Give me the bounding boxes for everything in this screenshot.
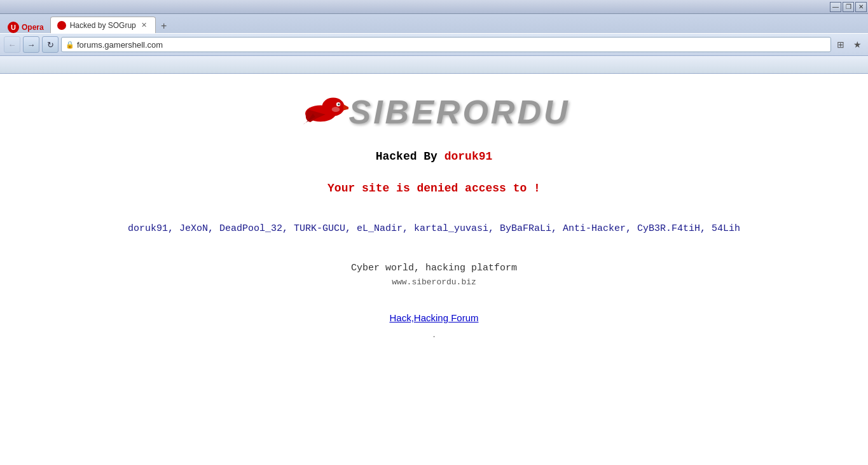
- back-button[interactable]: ←: [4, 36, 20, 53]
- members-list: doruk91, JeXoN, DeadPool_32, TURK-GUCU, …: [128, 220, 740, 237]
- tab-favicon: [57, 21, 66, 30]
- eagle-icon: [298, 93, 348, 131]
- reload-button[interactable]: ↻: [42, 36, 59, 53]
- forum-link[interactable]: Hack,Hacking Forum: [389, 312, 478, 323]
- star-icon[interactable]: ★: [850, 38, 864, 52]
- logo-text: SIBERORDU: [348, 93, 570, 131]
- access-denied-message: Your site is denied access to !: [327, 182, 541, 195]
- address-input[interactable]: [77, 40, 827, 50]
- address-bar-wrapper: 🔒: [61, 37, 831, 52]
- platform-text: Cyber world, hacking platform: [351, 263, 517, 274]
- page-content: SIBERORDU Hacked By doruk91 Your site is…: [0, 74, 868, 465]
- hacked-by-text: Hacked By doruk91: [376, 150, 493, 163]
- hacked-by-prefix: Hacked By: [376, 150, 444, 163]
- nav-bar: ← → ↻ 🔒 ⊞ ★: [0, 33, 868, 56]
- opera-icon: U: [8, 22, 19, 33]
- svg-point-5: [332, 107, 340, 112]
- svg-point-3: [338, 103, 340, 105]
- os-titlebar: — ❐ ✕: [0, 0, 868, 14]
- tab-bar: U Opera Hacked by SOGrup ✕ +: [0, 14, 868, 33]
- security-icon: 🔒: [65, 41, 74, 49]
- logo-area: SIBERORDU: [298, 93, 570, 131]
- minimize-button[interactable]: —: [830, 2, 841, 12]
- opera-label: Opera: [22, 23, 44, 32]
- new-tab-button[interactable]: +: [157, 19, 171, 33]
- close-button[interactable]: ✕: [855, 2, 867, 12]
- tab-title: Hacked by SOGrup: [70, 21, 136, 30]
- dot-text: .: [433, 330, 436, 339]
- opera-logo[interactable]: U Opera: [3, 22, 49, 33]
- browser-frame: U Opera Hacked by SOGrup ✕ + ← → ↻ 🔒 ⊞ ★: [0, 14, 868, 74]
- toolbar2: [0, 56, 868, 74]
- tab-close-button[interactable]: ✕: [140, 21, 149, 30]
- maximize-button[interactable]: ❐: [843, 2, 854, 12]
- platform-url: www.siberordu.biz: [392, 277, 476, 287]
- hacker-handle: doruk91: [444, 150, 493, 163]
- active-tab[interactable]: Hacked by SOGrup ✕: [50, 17, 156, 33]
- forward-button[interactable]: →: [23, 36, 39, 53]
- grid-icon[interactable]: ⊞: [834, 38, 848, 52]
